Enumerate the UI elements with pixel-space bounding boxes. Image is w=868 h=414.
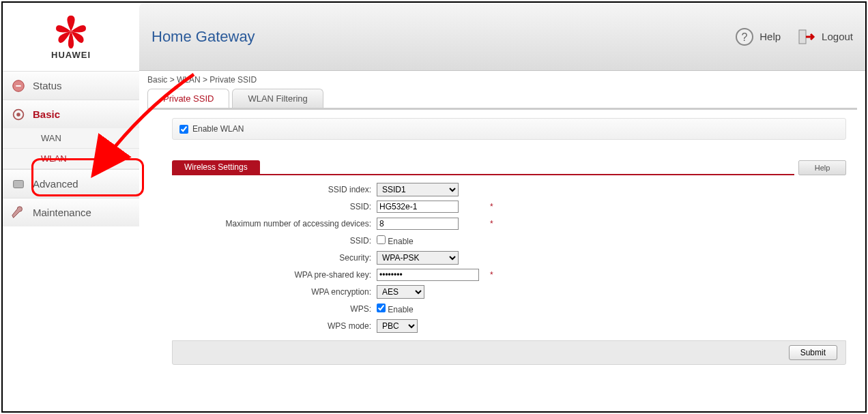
sidebar: HUAWEI Status Basic WAN WLAN Advanced Ma… — [3, 3, 139, 411]
content-area: Home Gateway ? Help Logout Basic > WLAN … — [139, 3, 865, 411]
wps-mode-select[interactable]: PBC — [377, 319, 418, 333]
tab-wlan-filtering[interactable]: WLAN Filtering — [232, 89, 323, 108]
ssid-index-select[interactable]: SSID1 — [377, 183, 459, 196]
required-marker: * — [490, 270, 493, 280]
psk-input[interactable] — [377, 269, 479, 281]
svg-point-2 — [16, 113, 20, 117]
submit-button[interactable]: Submit — [789, 345, 837, 360]
sidebar-item-status[interactable]: Status — [3, 71, 139, 100]
page-title: Home Gateway — [151, 28, 719, 46]
ssid-index-label: SSID index: — [172, 185, 377, 194]
header-bar: Home Gateway ? Help Logout — [139, 3, 865, 71]
section-header: Wireless Settings Help — [172, 160, 846, 175]
encryption-label: WPA encryption: — [172, 287, 377, 297]
help-button[interactable]: ? Help — [735, 27, 781, 46]
enable-wlan-label: Enable WLAN — [192, 124, 244, 134]
sidebar-label-basic: Basic — [33, 108, 60, 120]
enable-wlan-checkbox[interactable] — [179, 125, 188, 134]
sidebar-item-maintenance[interactable]: Maintenance — [3, 198, 139, 226]
section-help-button[interactable]: Help — [798, 160, 846, 175]
sidebar-subitem-wan[interactable]: WAN — [3, 128, 139, 149]
sidebar-subitem-wlan[interactable]: WLAN — [3, 149, 139, 169]
wps-checkbox[interactable] — [377, 304, 386, 312]
ssid-label: SSID: — [172, 202, 377, 211]
advanced-icon — [11, 177, 26, 192]
wps-label: WPS: — [172, 304, 377, 314]
submit-bar: Submit — [172, 340, 846, 365]
encryption-select[interactable]: AES — [377, 285, 424, 299]
required-marker: * — [490, 202, 493, 211]
help-icon: ? — [735, 27, 754, 46]
wrench-icon — [11, 205, 26, 220]
psk-label: WPA pre-shared key: — [172, 270, 377, 280]
sidebar-label-maintenance: Maintenance — [33, 207, 91, 218]
ssid-enable-label: SSID: — [172, 236, 377, 246]
max-devices-label: Maximum number of accessing devices: — [172, 219, 377, 228]
svg-rect-3 — [14, 180, 24, 188]
huawei-flower-icon — [50, 14, 91, 48]
svg-rect-6 — [799, 30, 806, 44]
gear-icon — [11, 107, 26, 122]
logout-button[interactable]: Logout — [797, 27, 853, 46]
ssid-enable-checkbox[interactable] — [377, 235, 386, 244]
brand-text: HUAWEI — [51, 50, 91, 60]
wireless-settings-form: SSID index: SSID1 SSID: * Maximum number… — [172, 175, 846, 340]
sidebar-label-status: Status — [33, 80, 62, 91]
enable-wlan-row: Enable WLAN — [172, 118, 846, 140]
svg-text:?: ? — [742, 31, 748, 43]
required-marker: * — [490, 219, 493, 228]
ssid-input[interactable] — [377, 201, 459, 213]
sidebar-item-advanced[interactable]: Advanced — [3, 169, 139, 198]
status-icon — [11, 78, 26, 93]
brand-logo: HUAWEI — [3, 3, 139, 71]
sidebar-item-basic[interactable]: Basic — [3, 100, 139, 128]
sidebar-label-advanced: Advanced — [33, 178, 78, 190]
breadcrumb: Basic > WLAN > Private SSID — [139, 71, 865, 89]
section-title: Wireless Settings — [172, 160, 260, 175]
security-select[interactable]: WPA-PSK — [377, 251, 459, 265]
tab-private-ssid[interactable]: Private SSID — [147, 89, 229, 108]
max-devices-input[interactable] — [377, 218, 459, 230]
logout-icon — [797, 27, 816, 46]
tab-bar: Private SSID WLAN Filtering — [147, 89, 865, 108]
security-label: Security: — [172, 253, 377, 263]
wps-mode-label: WPS mode: — [172, 321, 377, 331]
